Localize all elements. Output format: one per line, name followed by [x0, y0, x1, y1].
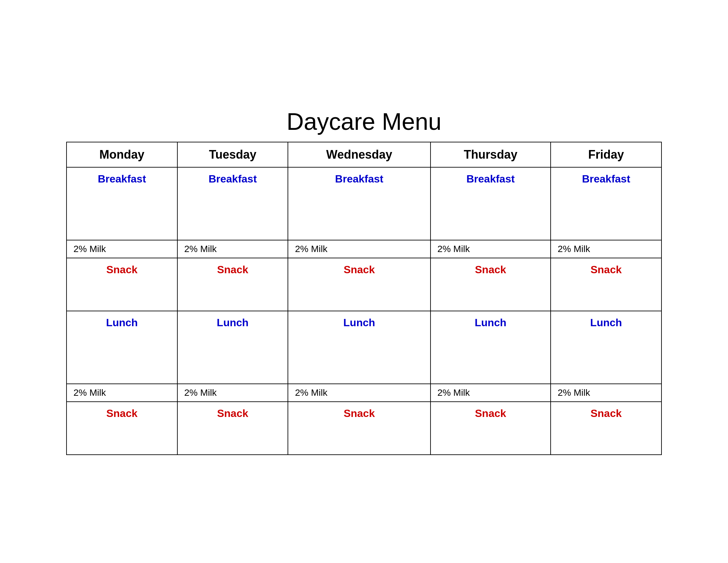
tuesday-lunch-cell: Lunch: [177, 311, 288, 384]
friday-breakfast-milk: 2% Milk: [551, 240, 661, 258]
tuesday-snack1-cell: Snack: [177, 258, 288, 311]
thursday-lunch-milk: 2% Milk: [431, 384, 551, 402]
thursday-lunch-cell: Lunch: [431, 311, 551, 384]
tuesday-breakfast-cell: Breakfast: [177, 167, 288, 240]
wednesday-breakfast-cell: Breakfast: [288, 167, 430, 240]
friday-lunch-milk: 2% Milk: [551, 384, 661, 402]
page-title: Daycare Menu: [287, 108, 441, 135]
friday-lunch-label: Lunch: [558, 317, 655, 329]
tuesday-snack1-label: Snack: [184, 263, 281, 276]
thursday-snack2-cell: Snack: [431, 402, 551, 455]
friday-lunch-cell: Lunch: [551, 311, 661, 384]
wednesday-snack1-label: Snack: [295, 263, 423, 276]
friday-snack1-cell: Snack: [551, 258, 661, 311]
monday-snack2-label: Snack: [73, 407, 170, 420]
wednesday-breakfast-label: Breakfast: [295, 173, 423, 185]
header-monday: Monday: [67, 142, 177, 167]
monday-breakfast-cell: Breakfast: [67, 167, 177, 240]
tuesday-lunch-label: Lunch: [184, 317, 281, 329]
friday-breakfast-cell: Breakfast: [551, 167, 661, 240]
thursday-lunch-label: Lunch: [437, 317, 544, 329]
tuesday-breakfast-milk: 2% Milk: [177, 240, 288, 258]
lunch-row: Lunch Lunch Lunch Lunch Lunch: [67, 311, 661, 384]
thursday-snack2-label: Snack: [437, 407, 544, 420]
breakfast-milk-row: 2% Milk 2% Milk 2% Milk 2% Milk 2% Milk: [67, 240, 661, 258]
tuesday-breakfast-label: Breakfast: [184, 173, 281, 185]
thursday-breakfast-cell: Breakfast: [431, 167, 551, 240]
monday-snack1-label: Snack: [73, 263, 170, 276]
monday-breakfast-milk: 2% Milk: [67, 240, 177, 258]
header-tuesday: Tuesday: [177, 142, 288, 167]
thursday-breakfast-milk: 2% Milk: [431, 240, 551, 258]
tuesday-snack2-cell: Snack: [177, 402, 288, 455]
monday-breakfast-label: Breakfast: [73, 173, 170, 185]
monday-lunch-label: Lunch: [73, 317, 170, 329]
wednesday-snack1-cell: Snack: [288, 258, 430, 311]
wednesday-lunch-label: Lunch: [295, 317, 423, 329]
snack2-row: Snack Snack Snack Snack Snack: [67, 402, 661, 455]
wednesday-lunch-milk: 2% Milk: [288, 384, 430, 402]
friday-snack2-cell: Snack: [551, 402, 661, 455]
snack1-row: Snack Snack Snack Snack Snack: [67, 258, 661, 311]
menu-table: Monday Tuesday Wednesday Thursday Friday…: [66, 142, 662, 455]
thursday-snack1-cell: Snack: [431, 258, 551, 311]
friday-snack2-label: Snack: [558, 407, 655, 420]
wednesday-snack2-cell: Snack: [288, 402, 430, 455]
thursday-breakfast-label: Breakfast: [437, 173, 544, 185]
friday-breakfast-label: Breakfast: [558, 173, 655, 185]
monday-lunch-cell: Lunch: [67, 311, 177, 384]
wednesday-breakfast-milk: 2% Milk: [288, 240, 430, 258]
wednesday-lunch-cell: Lunch: [288, 311, 430, 384]
monday-snack1-cell: Snack: [67, 258, 177, 311]
monday-lunch-milk: 2% Milk: [67, 384, 177, 402]
page-container: Daycare Menu Monday Tuesday Wednesday Th…: [66, 108, 662, 455]
header-friday: Friday: [551, 142, 661, 167]
tuesday-snack2-label: Snack: [184, 407, 281, 420]
monday-snack2-cell: Snack: [67, 402, 177, 455]
friday-snack1-label: Snack: [558, 263, 655, 276]
tuesday-lunch-milk: 2% Milk: [177, 384, 288, 402]
wednesday-snack2-label: Snack: [295, 407, 423, 420]
header-row: Monday Tuesday Wednesday Thursday Friday: [67, 142, 661, 167]
breakfast-row: Breakfast Breakfast Breakfast Breakfast …: [67, 167, 661, 240]
header-thursday: Thursday: [431, 142, 551, 167]
thursday-snack1-label: Snack: [437, 263, 544, 276]
lunch-milk-row: 2% Milk 2% Milk 2% Milk 2% Milk 2% Milk: [67, 384, 661, 402]
header-wednesday: Wednesday: [288, 142, 430, 167]
